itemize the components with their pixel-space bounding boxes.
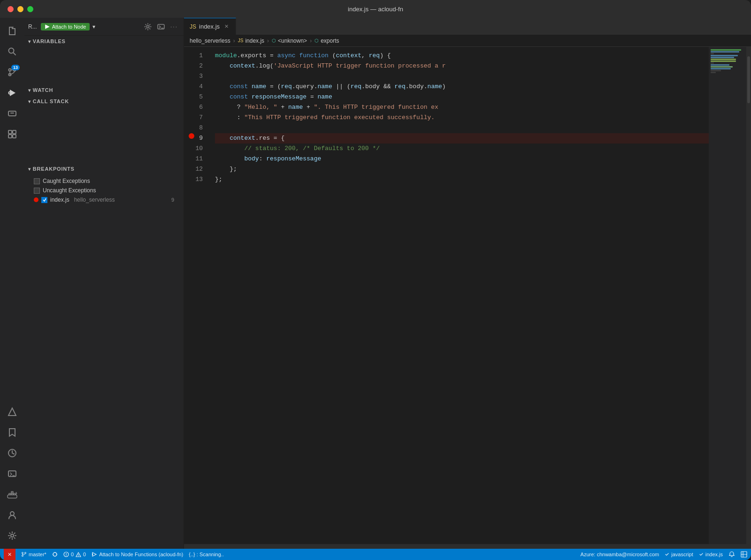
app-body: 13: [0, 18, 751, 549]
breadcrumb-sep-1: ›: [267, 38, 269, 44]
svg-rect-38: [92, 553, 93, 555]
status-error-count: 0: [71, 552, 74, 557]
tab-index-js[interactable]: JS index.js ✕: [184, 18, 236, 35]
more-options-icon[interactable]: ···: [169, 21, 180, 32]
code-line-1: module.exports = async function (context…: [215, 51, 709, 61]
call-stack-section: ▾ CALL STACK: [24, 96, 184, 163]
svg-rect-26: [14, 493, 15, 495]
breakpoints-content: Caught Exceptions Uncaught Exceptions in…: [24, 174, 184, 206]
status-notifications[interactable]: [728, 551, 735, 558]
uncaught-exceptions-checkbox[interactable]: [34, 188, 40, 194]
breadcrumb-sep-0: ›: [233, 38, 235, 44]
watch-header[interactable]: ▾ WATCH: [24, 84, 184, 96]
variables-chevron-icon: ▾: [28, 39, 31, 44]
activity-icon-account[interactable]: [3, 506, 22, 524]
breadcrumb-label-0: hello_serverless: [190, 38, 230, 44]
call-stack-content: [24, 107, 184, 163]
activity-icon-debug[interactable]: [3, 83, 22, 102]
activity-icon-settings[interactable]: [3, 526, 22, 545]
editor-scrollbar[interactable]: [746, 47, 751, 544]
breadcrumb-label-2: <unknown>: [278, 38, 307, 44]
activity-icon-terminal[interactable]: [3, 464, 22, 483]
file-breakpoint-checkbox[interactable]: [41, 197, 47, 203]
breadcrumb-item-2[interactable]: ⬡ <unknown>: [272, 38, 307, 44]
minimap-content: [709, 47, 746, 76]
call-stack-chevron-icon: ▾: [28, 99, 31, 104]
tab-close-icon[interactable]: ✕: [222, 23, 230, 30]
activity-icon-docker[interactable]: [3, 485, 22, 504]
activity-icon-remote[interactable]: [3, 104, 22, 123]
breakpoints-section: ▾ BREAKPOINTS Caught Exceptions Uncaught…: [24, 163, 184, 549]
new-terminal-icon[interactable]: [155, 21, 167, 32]
close-button[interactable]: [8, 6, 14, 12]
maximize-button[interactable]: [27, 6, 33, 12]
svg-rect-14: [10, 113, 14, 114]
status-debug-label: Attach to Node Functions (acloud-fn): [99, 552, 183, 557]
minimize-button[interactable]: [17, 6, 23, 12]
breadcrumb-item-1[interactable]: JS index.js: [238, 38, 264, 44]
svg-point-28: [10, 512, 14, 515]
debug-chevron[interactable]: ▾: [92, 23, 95, 30]
activity-bar: 13: [0, 18, 24, 549]
code-content: module.exports = async function (context…: [207, 47, 709, 544]
call-stack-header[interactable]: ▾ CALL STACK: [24, 96, 184, 107]
status-filetype[interactable]: index.js: [699, 552, 723, 557]
status-filetype-text: index.js: [705, 552, 723, 557]
breakpoint-dot-icon: [34, 197, 38, 202]
status-branch[interactable]: master*: [21, 552, 46, 557]
activity-icon-timeline[interactable]: [3, 444, 22, 462]
caught-exceptions-label: Caught Exceptions: [43, 178, 90, 184]
breadcrumb-item-0[interactable]: hello_serverless: [190, 38, 230, 44]
breakpoints-chevron-icon: ▾: [28, 166, 31, 172]
activity-icon-extensions[interactable]: [3, 125, 22, 144]
status-azure[interactable]: Azure: chnwamba@microsoft.com: [581, 552, 659, 557]
svg-rect-23: [9, 493, 11, 495]
horizontal-scrollbar[interactable]: [184, 544, 751, 549]
variables-header[interactable]: ▾ VARIABLES: [24, 36, 184, 47]
status-azure-text: Azure: chnwamba@microsoft.com: [581, 552, 659, 557]
status-debug-session[interactable]: Attach to Node Functions (acloud-fn): [92, 552, 183, 557]
svg-rect-25: [11, 492, 13, 493]
breadcrumb-unknown-icon: ⬡: [272, 38, 276, 43]
traffic-lights: [8, 6, 33, 12]
status-error-indicator[interactable]: ✕: [4, 549, 15, 560]
breakpoint-path: hello_serverless: [74, 197, 115, 203]
activity-icon-files[interactable]: [3, 22, 22, 40]
svg-rect-22: [8, 495, 17, 498]
code-line-4: const name = (req.query.name || (req.bod…: [215, 82, 709, 92]
code-line-2: context.log('JavaScript HTTP trigger fun…: [215, 61, 709, 71]
caught-exceptions-checkbox[interactable]: [34, 178, 40, 184]
status-warning-count: 0: [83, 552, 86, 557]
status-sync[interactable]: [52, 552, 58, 557]
breakpoints-header[interactable]: ▾ BREAKPOINTS: [24, 163, 184, 174]
status-errors[interactable]: 0 0: [63, 552, 86, 557]
code-line-10: // status: 200, /* Defaults to 200 */: [215, 144, 709, 154]
debug-profile: R...: [28, 23, 37, 30]
scrollbar-thumb[interactable]: [747, 56, 750, 103]
svg-point-27: [16, 492, 17, 493]
svg-point-29: [11, 534, 14, 537]
breadcrumb-item-3[interactable]: ⬡ exports: [314, 38, 339, 44]
line-numbers: 12345 678 9 10111213: [184, 47, 207, 544]
svg-marker-37: [92, 552, 96, 556]
settings-icon[interactable]: [142, 21, 153, 32]
activity-icon-bookmark[interactable]: [3, 423, 22, 442]
activity-icon-azure[interactable]: [3, 402, 22, 421]
title-bar: index.js — acloud-fn: [0, 0, 751, 18]
svg-rect-5: [12, 28, 15, 29]
attach-to-node-button[interactable]: Attach to Node: [41, 23, 90, 30]
source-control-badge: 13: [11, 65, 20, 70]
breadcrumb-exports-icon: ⬡: [314, 38, 319, 43]
call-stack-label: CALL STACK: [33, 98, 69, 104]
status-language-text: javascript: [671, 552, 693, 557]
code-editor[interactable]: 12345 678 9 10111213 module.exports = as…: [184, 47, 751, 544]
svg-point-31: [147, 25, 149, 28]
breadcrumb-label-1: index.js: [245, 38, 264, 44]
activity-icon-source-control[interactable]: 13: [3, 63, 22, 82]
status-language[interactable]: javascript: [665, 552, 693, 557]
svg-rect-16: [13, 130, 16, 134]
editor-area: JS index.js ✕ hello_serverless › JS inde…: [184, 18, 751, 549]
activity-icon-search[interactable]: [3, 42, 22, 61]
status-scanning[interactable]: {..} : Scanning..: [189, 552, 224, 557]
status-layout[interactable]: [741, 551, 747, 558]
